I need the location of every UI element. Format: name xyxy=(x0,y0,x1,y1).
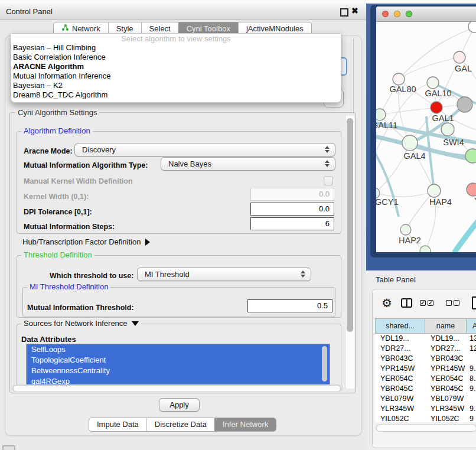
which-threshold-select[interactable]: MI Threshold xyxy=(137,268,311,281)
node-label: HAP4 xyxy=(429,197,452,207)
horizontal-scrollbar-thumb[interactable] xyxy=(13,385,341,392)
table-panel-card: ⚙ ✓ ✓ shared... name A YDL19...YDL19...1… xyxy=(372,289,476,448)
checkbox-checked-icon: ✓ xyxy=(428,300,433,306)
data-attribute-item[interactable]: TopologicalCoefficient xyxy=(27,355,330,366)
table-scrollbar-thumb[interactable] xyxy=(376,425,476,432)
network-node-gal1[interactable] xyxy=(431,102,442,113)
control-panel-title: Control Panel xyxy=(6,7,53,16)
node-label: HAP2 xyxy=(399,236,421,245)
mi-threshold-label: Mutual Information Threshold: xyxy=(27,304,134,312)
attributes-scrollbar-thumb[interactable] xyxy=(322,346,327,381)
attributes-list-scrollbar[interactable] xyxy=(321,345,328,385)
network-node[interactable] xyxy=(457,97,472,112)
manual-kernel-label: Manual Kernel Width Definition xyxy=(24,177,133,185)
table-row[interactable]: YBR045CYBR045C9. xyxy=(375,384,476,394)
mi-type-label: Mutual Information Algorithm Type: xyxy=(24,161,148,169)
table-row[interactable]: YBR043CYBR043C xyxy=(375,354,476,364)
column-header-name[interactable]: name xyxy=(425,318,467,334)
settings-scrollbar-thumb[interactable] xyxy=(347,118,353,332)
manual-kernel-checkbox[interactable] xyxy=(324,176,333,185)
table-row[interactable]: YLR345WYLR345W9. xyxy=(375,404,476,414)
collapsed-panel-icon[interactable] xyxy=(2,445,15,450)
tab-discretize-data[interactable]: Discretize Data xyxy=(146,418,214,431)
network-node[interactable] xyxy=(420,246,431,252)
occluded-groupbox-edge xyxy=(353,39,354,113)
table-row[interactable]: YIL052CYIL052C9 xyxy=(375,414,476,422)
algorithm-option[interactable]: Basic Correlation Inference xyxy=(11,53,341,62)
tab-label: Impute Data xyxy=(97,418,139,431)
table-row[interactable]: YDL19...YDL19...13 xyxy=(375,334,476,344)
stepper-arrows-icon xyxy=(301,270,305,278)
table-row[interactable]: YER054CYER054C8. xyxy=(375,374,476,384)
close-traffic-light[interactable] xyxy=(382,11,389,17)
data-attribute-item[interactable]: SelfLoops xyxy=(27,344,330,355)
document-icon[interactable] xyxy=(472,296,476,309)
data-attributes-list[interactable]: SelfLoopsTopologicalCoefficientBetweenne… xyxy=(26,344,330,387)
sources-group-title: Sources for Network Inference xyxy=(24,319,128,327)
tab-infer-network[interactable]: Infer Network xyxy=(214,418,276,431)
algorithm-option[interactable]: Mutual Information Inference xyxy=(11,71,341,81)
table-row[interactable]: YPR145WYPR145W9. xyxy=(375,364,476,374)
network-node-gal11[interactable] xyxy=(376,109,386,120)
network-window-titlebar xyxy=(376,6,476,22)
sources-group-header[interactable]: Sources for Network Inference xyxy=(21,319,141,327)
network-node[interactable] xyxy=(465,149,476,163)
table-cell: YLR345W xyxy=(425,404,467,414)
node-label: GAL4 xyxy=(403,151,425,161)
network-window: GALGAL80GAL10GAL1GAL11SWI4GAL4GCY1HAP4YH… xyxy=(376,6,476,252)
network-node-hap2[interactable] xyxy=(400,224,411,235)
table-horizontal-scrollbar[interactable] xyxy=(375,424,476,432)
algorithm-option[interactable]: ARACNE Algorithm xyxy=(11,62,341,71)
mi-threshold-field[interactable]: 0.5 xyxy=(247,299,332,312)
network-node-gal4[interactable] xyxy=(402,135,418,151)
checked-columns-icon[interactable]: ✓ ✓ xyxy=(420,300,433,306)
network-node-gal80[interactable] xyxy=(393,73,405,85)
algorithm-option[interactable]: Dream8 DC_TDC Algorithm xyxy=(11,90,341,100)
dpi-tolerance-field[interactable]: 0.0 xyxy=(250,203,334,216)
control-panel-titlebar xyxy=(0,4,366,20)
apply-button[interactable]: Apply xyxy=(159,398,200,412)
settings-horizontal-scrollbar[interactable] xyxy=(12,384,343,392)
column-header-shared-name[interactable]: shared... xyxy=(375,318,425,334)
data-attribute-item[interactable]: BetweennessCentrality xyxy=(27,366,330,376)
split-columns-icon[interactable] xyxy=(401,298,412,308)
stepper-arrows-icon xyxy=(325,146,330,153)
table-row[interactable]: YBL079WYBL079W xyxy=(375,394,476,404)
column-header-partial[interactable]: A xyxy=(466,318,476,334)
tab-impute-data[interactable]: Impute Data xyxy=(89,418,146,431)
mi-threshold-group-title: MI Threshold Definition xyxy=(27,283,110,291)
dpi-tolerance-label: DPI Tolerance [0,1]: xyxy=(24,208,92,216)
unchecked-columns-icon[interactable] xyxy=(446,300,459,306)
algorithm-option[interactable]: Bayesian – Hill Climbing xyxy=(11,43,341,53)
network-node[interactable] xyxy=(468,22,476,32)
network-node-hap4[interactable] xyxy=(428,184,441,197)
zoom-traffic-light[interactable] xyxy=(406,11,412,17)
aracne-mode-select[interactable]: Discovery xyxy=(74,143,335,156)
algorithm-dropdown-list: Bayesian – Hill ClimbingBasic Correlatio… xyxy=(11,43,341,100)
mi-steps-field[interactable]: 6 xyxy=(250,217,334,230)
float-window-icon[interactable] xyxy=(340,8,348,17)
gear-icon[interactable]: ⚙ xyxy=(382,296,392,310)
table-cell: YBR043C xyxy=(425,354,467,364)
table-panel-title: Table Panel xyxy=(376,275,416,284)
network-node-y[interactable] xyxy=(467,183,476,196)
table-row[interactable]: YDR27...YDR27...12 xyxy=(375,344,476,354)
table-cell: YBR045C xyxy=(375,384,425,394)
close-icon[interactable]: ✖ xyxy=(351,6,358,15)
settings-vertical-scrollbar[interactable] xyxy=(345,116,354,389)
network-node-swi4[interactable] xyxy=(441,123,454,136)
mi-type-select[interactable]: Naive Bayes xyxy=(161,157,335,171)
algorithm-option[interactable]: Bayesian – K2 xyxy=(11,81,341,90)
kernel-width-field[interactable]: 0.0 xyxy=(250,188,334,201)
network-canvas[interactable]: GALGAL80GAL10GAL1GAL11SWI4GAL4GCY1HAP4YH… xyxy=(376,22,476,252)
table-body[interactable]: YDL19...YDL19...13YDR27...YDR27...12YBR0… xyxy=(375,334,476,422)
network-node-gal10[interactable] xyxy=(427,77,439,89)
minimize-traffic-light[interactable] xyxy=(394,11,400,17)
table-cell: YER054C xyxy=(375,374,425,384)
collapse-down-icon xyxy=(132,321,139,326)
mi-type-value: Naive Bayes xyxy=(168,159,211,168)
expand-right-icon xyxy=(145,239,150,246)
hub-definition-expander[interactable]: Hub/Transcription Factor Definition xyxy=(22,237,150,246)
cyni-settings-group-title: Cyni Algorithm Settings xyxy=(15,109,99,116)
network-node-gal[interactable] xyxy=(454,51,465,63)
